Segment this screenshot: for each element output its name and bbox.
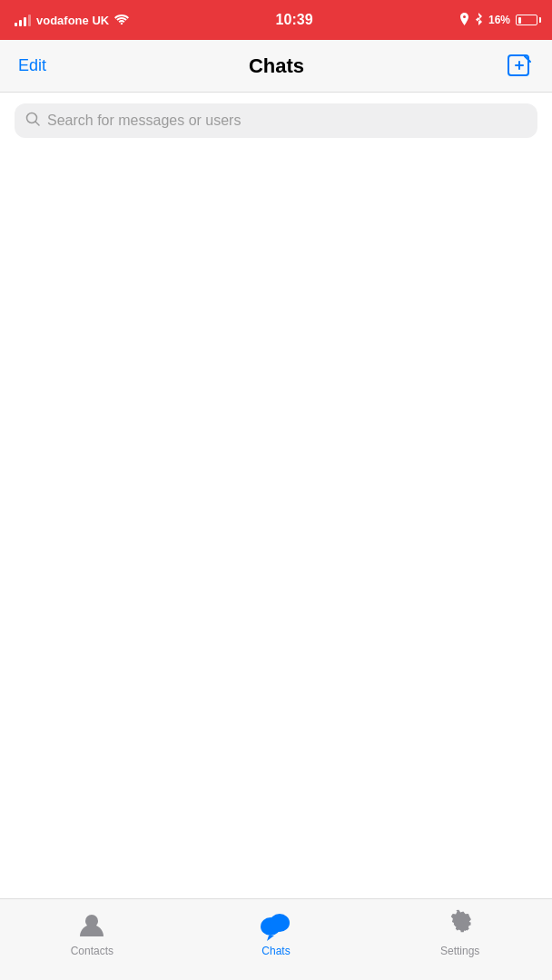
contacts-label: Contacts (71, 945, 113, 957)
battery-icon (516, 15, 537, 25)
battery-indicator (516, 15, 537, 25)
svg-point-0 (121, 23, 123, 24)
signal-bar-3 (24, 17, 26, 26)
status-bar: vodafone UK 10:39 16% (0, 0, 552, 40)
signal-bars (15, 14, 31, 26)
status-time: 10:39 (276, 12, 313, 28)
chat-list (0, 149, 552, 898)
edit-button[interactable]: Edit (18, 56, 46, 75)
search-container: Search for messages or users (0, 93, 552, 149)
battery-percent: 16% (488, 14, 510, 26)
tab-settings[interactable]: Settings (368, 908, 552, 957)
wifi-icon (114, 13, 129, 27)
nav-bar: Edit Chats (0, 40, 552, 93)
signal-bar-4 (28, 15, 31, 26)
tab-contacts[interactable]: Contacts (0, 908, 184, 957)
search-placeholder: Search for messages or users (47, 113, 241, 129)
svg-line-5 (35, 122, 39, 125)
bluetooth-icon (475, 13, 483, 28)
compose-icon (507, 53, 534, 80)
chats-tab-icon (260, 908, 292, 941)
search-icon (25, 112, 40, 130)
compose-button[interactable] (507, 53, 534, 80)
signal-bar-1 (15, 23, 17, 26)
page-title: Chats (249, 54, 304, 78)
battery-fill (518, 17, 522, 24)
settings-label: Settings (440, 945, 479, 957)
status-left: vodafone UK (15, 13, 129, 27)
carrier-label: vodafone UK (36, 14, 109, 27)
chats-label: Chats (261, 945, 290, 957)
contacts-icon (75, 908, 108, 941)
location-icon (459, 13, 469, 28)
signal-bar-2 (19, 20, 22, 26)
svg-point-8 (270, 914, 290, 932)
tab-bar: Contacts Chats Settings (0, 898, 552, 980)
search-bar[interactable]: Search for messages or users (15, 103, 537, 138)
status-right: 16% (459, 13, 537, 28)
tab-chats[interactable]: Chats (184, 908, 369, 957)
settings-icon (444, 908, 477, 941)
